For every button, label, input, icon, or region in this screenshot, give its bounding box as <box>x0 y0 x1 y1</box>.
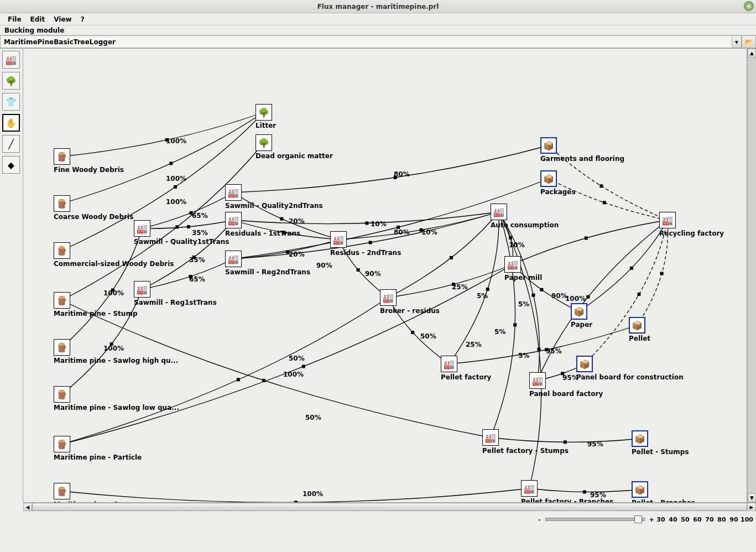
node-pf_branches-label: Pellet factory - Branches <box>521 498 613 502</box>
edge-label-broker-auto: 50% <box>420 332 436 340</box>
vscroll-track[interactable] <box>748 58 756 493</box>
tool-hand-icon[interactable]: ✋ <box>2 114 20 132</box>
bucking-open-button[interactable]: 📂 <box>742 35 756 48</box>
tool-palette: 🏭 🌳 👕 ✋ ╱ ◆ <box>0 49 23 502</box>
edge-label-sawmill_q1-sawmill_q2: 65% <box>192 212 208 220</box>
bucking-select-row: MaritimePineBasicTreeLogger ▾ 📂 <box>0 35 756 49</box>
node-coarse_woody[interactable]: 🪵Coarse Woody Debris <box>54 195 133 221</box>
node-paper-label: Paper <box>571 321 592 329</box>
node-dead_organic[interactable]: 🌳Dead organic matter <box>256 134 333 160</box>
zoom-minus[interactable]: - <box>538 516 541 523</box>
node-fine_woody-label: Fine Woody Debris <box>54 166 124 174</box>
node-sawmill_q2[interactable]: 🏭Sawmill - Quality2ndTrans <box>225 184 323 210</box>
node-residus2[interactable]: 🏭Residus - 2ndTrans <box>330 231 401 257</box>
close-button[interactable]: ✕ <box>744 1 754 11</box>
node-paper_mill-label: Paper mill <box>504 274 542 282</box>
horizontal-scrollbar[interactable]: ◀ ▶ <box>23 502 756 511</box>
scroll-left-button[interactable]: ◀ <box>23 503 32 511</box>
node-residuals1[interactable]: 🏭Residuals - 1stTrans <box>225 212 300 237</box>
node-pf_stumps[interactable]: 🏭Pellet factory - Stumps <box>482 429 569 455</box>
bucking-dropdown-button[interactable]: ▾ <box>732 35 742 48</box>
menu-edit[interactable]: Edit <box>26 14 50 24</box>
node-pellet-icon: 📦 <box>629 317 645 334</box>
tool-tree-icon[interactable]: 🌳 <box>2 72 20 90</box>
node-recycling-icon: 🏭 <box>659 212 676 228</box>
zoom-tick-80: 80 <box>716 516 727 523</box>
node-pellet_stumps[interactable]: 📦Pellet - Stumps <box>632 430 689 456</box>
node-crown[interactable]: 🪵Maritime pine - Crown <box>54 483 137 502</box>
hscroll-thumb[interactable] <box>32 503 747 511</box>
node-crown-label: Maritime pine - Crown <box>54 501 137 502</box>
tool-log-icon[interactable]: 🏭 <box>2 51 20 69</box>
bucking-select[interactable]: MaritimePineBasicTreeLogger <box>0 35 732 48</box>
node-commercial[interactable]: 🪵Commercial-sized Woody Debris <box>54 242 174 268</box>
node-broker-label: Broker - residus <box>380 307 440 315</box>
node-pellet[interactable]: 📦Pellet <box>629 317 650 342</box>
menu-help[interactable]: ? <box>76 14 89 24</box>
edge-label-particle-paper_mill: 50% <box>305 414 321 421</box>
window-title: Flux manager - maritimepine.prl <box>317 3 439 11</box>
node-sawlog_high[interactable]: 🪵Maritime pine - Sawlog high qu... <box>54 339 178 364</box>
zoom-plus[interactable]: + <box>649 516 654 523</box>
node-paper_mill[interactable]: 🏭Paper mill <box>504 256 542 282</box>
node-paper_mill-icon: 🏭 <box>504 256 521 273</box>
node-auto[interactable]: 🏭Auto consumption <box>491 204 559 229</box>
node-pf_branches[interactable]: 🏭Pellet factory - Branches <box>521 480 613 502</box>
bucking-value: MaritimePineBasicTreeLogger <box>4 38 116 46</box>
node-crown-icon: 🪵 <box>54 483 70 499</box>
node-commercial-icon: 🪵 <box>54 242 70 259</box>
node-pellet_stumps-label: Pellet - Stumps <box>632 448 689 456</box>
zoom-thumb[interactable] <box>634 515 642 523</box>
zoom-tick-50: 50 <box>680 516 691 523</box>
edge-handle[interactable] <box>294 501 298 502</box>
node-paper[interactable]: 📦Paper <box>571 303 592 329</box>
node-pellet_branch[interactable]: 📦Pellet - Branches <box>632 481 695 502</box>
node-recycling-label: Recycling factory <box>659 230 724 237</box>
node-stump[interactable]: 🪵Maritime pine - Stump <box>54 292 137 317</box>
scroll-up-button[interactable]: ▲ <box>748 49 756 58</box>
tool-edge-icon[interactable]: ╱ <box>2 135 20 153</box>
node-fine_woody[interactable]: 🪵Fine Woody Debris <box>54 148 124 174</box>
node-sawmill_q1[interactable]: 🏭Sawmill - Quality1stTrans <box>134 220 229 246</box>
node-sawmill_r2[interactable]: 🏭Sawmill - Reg2ndTrans <box>225 251 310 276</box>
node-broker-icon: 🏭 <box>380 289 397 306</box>
node-litter[interactable]: 🌳Litter <box>256 104 276 129</box>
node-broker[interactable]: 🏭Broker - residus <box>380 289 440 315</box>
node-pellet_factory[interactable]: 🏭Pellet factory <box>441 356 491 381</box>
vertical-scrollbar[interactable]: ▲ ▼ <box>747 49 756 502</box>
node-pellet_branch-icon: 📦 <box>632 481 648 498</box>
node-auto-icon: 🏭 <box>491 204 507 220</box>
edge-label-pellet_factory-pellet: 95% <box>546 347 562 355</box>
edge-label-coarse_woody-litter: 100% <box>166 175 186 183</box>
hscroll-track[interactable] <box>32 503 747 511</box>
scroll-down-button[interactable]: ▼ <box>748 493 756 502</box>
node-panel_constr[interactable]: 📦Panel board for construction <box>576 356 684 381</box>
node-recycling[interactable]: 🏭Recycling factory <box>659 212 724 237</box>
node-litter-label: Litter <box>256 122 276 129</box>
node-garments-label: Garments and flooring <box>540 155 624 163</box>
node-garments[interactable]: 📦Garments and flooring <box>540 137 624 163</box>
node-sawlog_high-label: Maritime pine - Sawlog high qu... <box>54 357 178 364</box>
edge-label-crown-pf_branches: 100% <box>303 490 323 498</box>
zoom-tick-60: 60 <box>692 516 703 523</box>
menu-file[interactable]: File <box>3 14 26 24</box>
node-particle[interactable]: 🪵Maritime pine - Particle <box>54 436 142 461</box>
tool-person-icon[interactable]: 👕 <box>2 93 20 111</box>
node-sawlog_low[interactable]: 🪵Maritime pine - Sawlog low qua... <box>54 386 179 412</box>
tool-point-icon[interactable]: ◆ <box>2 156 20 174</box>
node-packages[interactable]: 📦Packages <box>540 170 576 196</box>
node-particle-label: Maritime pine - Particle <box>54 454 142 461</box>
canvas[interactable]: 🌳Litter🌳Dead organic matter🪵Fine Woody D… <box>23 49 747 502</box>
edge-label-particle-broker: 50% <box>289 355 305 362</box>
edge-label-residus2-broker: 90% <box>365 270 381 278</box>
node-panel_constr-label: Panel board for construction <box>576 373 684 381</box>
node-sawmill_r1[interactable]: 🏭Sawmill - Reg1stTrans <box>134 281 217 306</box>
edge-label-paper-recycling: 100% <box>565 295 586 303</box>
zoom-slider[interactable] <box>545 518 645 521</box>
menu-view[interactable]: View <box>49 14 76 24</box>
scroll-right-button[interactable]: ▶ <box>747 503 756 511</box>
node-particle-icon: 🪵 <box>54 436 70 452</box>
edge-label-commercial-litter: 100% <box>166 198 186 206</box>
node-sawmill_r1-icon: 🏭 <box>134 281 150 298</box>
edge-label-sawmill_r2-auto: 10% <box>421 228 437 236</box>
